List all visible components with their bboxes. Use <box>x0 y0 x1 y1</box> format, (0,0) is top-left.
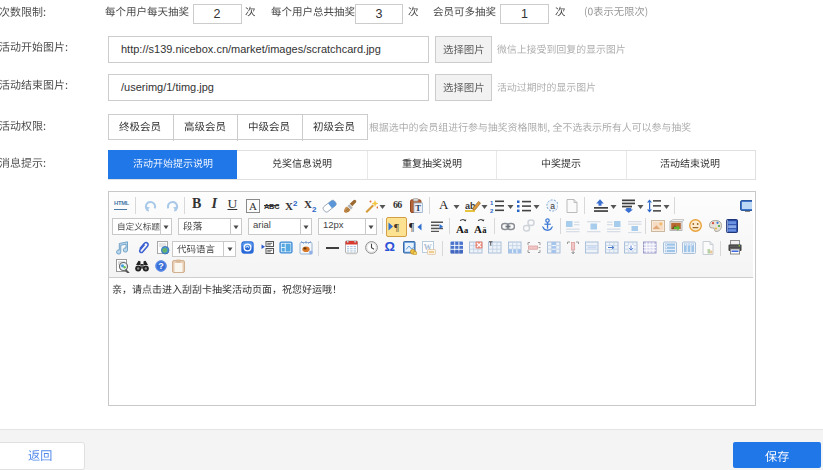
svg-text:ä: ä <box>482 225 487 234</box>
svg-text:a: a <box>464 225 469 234</box>
svg-text:A: A <box>249 200 257 212</box>
svg-text:A: A <box>474 223 482 234</box>
svg-text:¶: ¶ <box>394 221 399 232</box>
svg-text:T: T <box>415 203 421 213</box>
svg-text:?: ? <box>158 261 164 271</box>
svg-text:¶: ¶ <box>409 221 415 233</box>
svg-text:X: X <box>285 200 293 212</box>
svg-text:X: X <box>304 199 312 210</box>
svg-text:2: 2 <box>293 199 298 208</box>
svg-text:2: 2 <box>490 207 494 213</box>
svg-text:2: 2 <box>312 205 317 213</box>
svg-text:1: 1 <box>490 199 494 205</box>
svg-text:ABC: ABC <box>264 202 280 211</box>
svg-text:A: A <box>456 223 464 234</box>
svg-text:a: a <box>550 201 555 211</box>
